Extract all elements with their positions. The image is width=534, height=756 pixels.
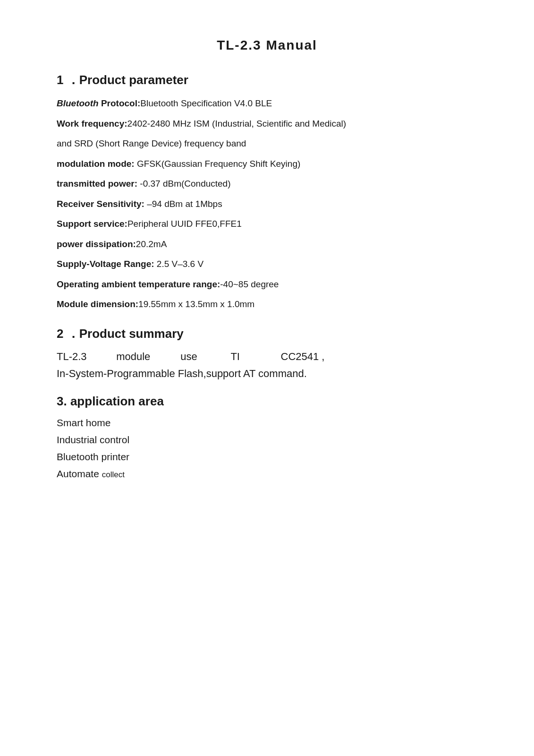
param-work-frequency: Work frequency:2402-2480 MHz ISM (Indust… [57, 117, 477, 131]
supply-label: Supply-Voltage Range: [57, 259, 154, 269]
section2-heading: 2 ．Product summary [57, 326, 477, 342]
summary-module: module [116, 351, 178, 363]
collect-word: collect [102, 470, 125, 479]
transmitted-power-label: transmitted power: [57, 179, 137, 189]
section3-heading: 3. application area [57, 394, 477, 409]
summary-line1: TL-2.3 module use TI CC2541 , [57, 351, 477, 363]
temp-value: -40~85 degree [220, 279, 279, 289]
app-item-industrial: Industrial control [57, 434, 477, 446]
param-power-dissipation: power dissipation:20.2mA [57, 238, 477, 251]
support-label: Support service: [57, 219, 127, 229]
summary-tl23: TL-2.3 [57, 351, 113, 363]
summary-line2: In-System-Programmable Flash,support AT … [57, 368, 477, 380]
param-transmitted-power: transmitted power: -0.37 dBm(Conducted) [57, 177, 477, 191]
temp-label: Operating ambient temperature range: [57, 279, 220, 289]
summary-comma: , [322, 351, 324, 362]
app-item-automate: Automate collect [57, 468, 477, 480]
work-frequency-label: Work frequency: [57, 119, 127, 129]
param-supply-voltage: Supply-Voltage Range: 2.5 V–3.6 V [57, 258, 477, 271]
section-product-summary: 2 ．Product summary TL-2.3 module use TI … [57, 326, 477, 380]
param-support-service: Support service:Peripheral UUID FFE0,FFE… [57, 217, 477, 231]
summary-cc2541: CC2541 [281, 351, 319, 363]
app-item-smart-home: Smart home [57, 417, 477, 429]
power-label: power dissipation: [57, 239, 136, 249]
param-srd: and SRD (Short Range Device) frequency b… [57, 137, 477, 151]
work-frequency-value: 2402-2480 MHz ISM (Industrial, Scientifi… [127, 119, 347, 129]
app-item-bluetooth-printer: Bluetooth printer [57, 451, 477, 463]
support-value: Peripheral UUID FFE0,FFE1 [127, 219, 242, 229]
dimension-value: 19.55mm x 13.5mm x 1.0mm [138, 299, 254, 309]
supply-value: 2.5 V–3.6 V [154, 259, 204, 269]
dimension-label: Module dimension: [57, 299, 138, 309]
page-container: TL-2.3 Manual 1 ．Product parameter Bluet… [57, 38, 477, 480]
modulation-label: modulation mode: [57, 159, 135, 169]
param-receiver-sensitivity: Receiver Sensitivity: –94 dBm at 1Mbps [57, 198, 477, 211]
param-operating-temp: Operating ambient temperature range:-40~… [57, 278, 477, 292]
summary-use: use [180, 351, 228, 363]
receiver-label: Receiver Sensitivity: [57, 199, 144, 209]
param-modulation: modulation mode: GFSK(Gaussian Frequency… [57, 157, 477, 171]
bluetooth-label: Bluetooth [57, 98, 99, 108]
page-title: TL-2.3 Manual [57, 38, 477, 53]
bluetooth-value: Bluetooth Specification V4.0 BLE [140, 98, 272, 108]
automate-word: Automate [57, 468, 99, 479]
param-module-dimension: Module dimension:19.55mm x 13.5mm x 1.0m… [57, 298, 477, 311]
power-value: 20.2mA [136, 239, 167, 249]
srd-value: and SRD (Short Range Device) frequency b… [57, 138, 246, 148]
receiver-value: –94 dBm at 1Mbps [144, 199, 222, 209]
section1-heading: 1 ．Product parameter [57, 72, 477, 88]
summary-ti: TI [230, 351, 278, 363]
protocol-label: Protocol: [99, 98, 141, 108]
param-bluetooth: Bluetooth Protocol:Bluetooth Specificati… [57, 97, 477, 111]
section-application-area: 3. application area Smart home Industria… [57, 394, 477, 480]
modulation-value: GFSK(Gaussian Frequency Shift Keying) [135, 159, 301, 169]
transmitted-power-value: -0.37 dBm(Conducted) [137, 179, 231, 189]
section-product-parameter: 1 ．Product parameter Bluetooth Protocol:… [57, 72, 477, 311]
